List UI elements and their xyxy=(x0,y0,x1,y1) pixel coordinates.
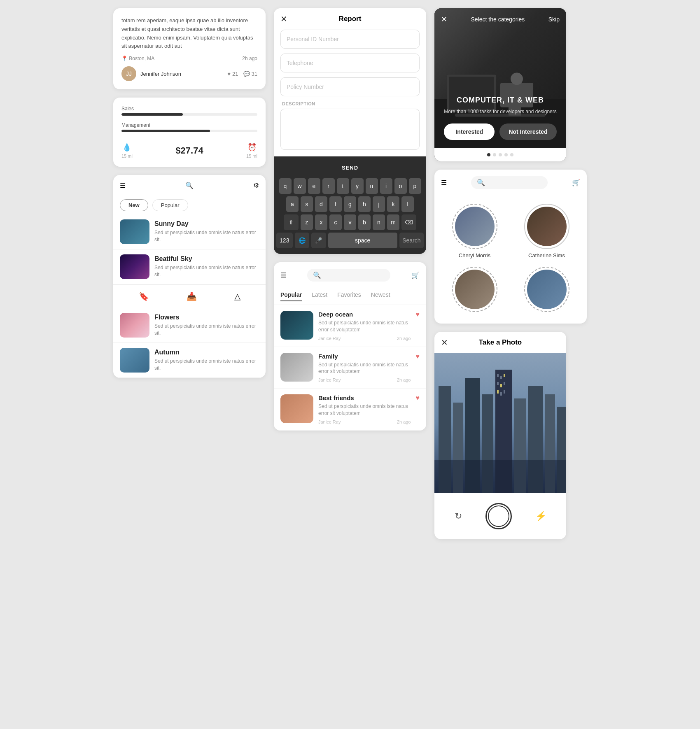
tab-latest[interactable]: Latest xyxy=(312,291,327,301)
social-thumb-ocean xyxy=(280,311,313,340)
friend-item-three[interactable] xyxy=(443,267,506,315)
news-info-flowers: Flowers Sed ut perspiciatis unde omnis i… xyxy=(154,314,259,337)
social-content-ocean: Deep ocean Sed ut perspiciatis unde omni… xyxy=(318,311,411,341)
friend-item-four[interactable] xyxy=(515,267,579,315)
key-m[interactable]: m xyxy=(387,214,399,230)
filter-icon[interactable]: ⚙ xyxy=(253,182,259,189)
news-item-flowers[interactable]: Flowers Sed ut perspiciatis unde omnis i… xyxy=(113,308,266,343)
key-t[interactable]: t xyxy=(337,178,349,194)
rotate-button[interactable]: ↻ xyxy=(455,511,462,522)
key-mic[interactable]: 🎤 xyxy=(311,233,326,248)
key-c[interactable]: c xyxy=(329,214,342,230)
key-b[interactable]: b xyxy=(358,214,371,230)
search-icon[interactable]: 🔍 xyxy=(185,182,194,189)
key-p[interactable]: p xyxy=(409,178,421,194)
key-z[interactable]: z xyxy=(301,214,313,230)
key-globe[interactable]: 🌐 xyxy=(295,233,310,248)
news-title-sunny: Sunny Day xyxy=(154,220,259,228)
key-x[interactable]: x xyxy=(315,214,327,230)
social-item-family[interactable]: Family Sed ut perspiciatis unde omnis is… xyxy=(274,347,426,389)
key-shift[interactable]: ⇧ xyxy=(284,214,299,230)
friend-name-cheryl: Cheryl Morris xyxy=(459,252,490,259)
shutter-button[interactable] xyxy=(485,503,512,529)
key-o[interactable]: o xyxy=(394,178,407,194)
tab-newest[interactable]: Newest xyxy=(371,291,390,301)
likes[interactable]: ♥ 21 xyxy=(227,71,238,77)
key-v[interactable]: v xyxy=(344,214,356,230)
key-search[interactable]: Search xyxy=(399,233,424,248)
search-icon-social[interactable]: 🔍 xyxy=(313,271,321,279)
dot-3 xyxy=(499,153,502,156)
key-k[interactable]: k xyxy=(387,196,399,212)
social-title-friends: Best friends xyxy=(318,394,411,401)
key-d[interactable]: d xyxy=(315,196,327,212)
flash-button[interactable]: ⚡ xyxy=(535,511,546,522)
skip-button[interactable]: Skip xyxy=(548,16,560,23)
search-input-social[interactable] xyxy=(324,272,385,278)
tab-popular[interactable]: Popular xyxy=(280,291,302,301)
close-button-camera[interactable]: ✕ xyxy=(441,338,448,347)
menu-icon-social[interactable]: ☰ xyxy=(280,271,286,279)
social-item-ocean[interactable]: Deep ocean Sed ut perspiciatis unde omni… xyxy=(274,305,426,347)
bookmark-icon[interactable]: 🔖 xyxy=(139,291,149,301)
friend-item-catherine[interactable]: Catherine Sims xyxy=(515,204,579,259)
tab-popular[interactable]: Popular xyxy=(152,199,188,211)
not-interested-button[interactable]: Not Interested xyxy=(499,123,556,140)
friend-ring-catherine xyxy=(524,204,569,249)
cart-icon-social[interactable]: 🛒 xyxy=(411,271,420,279)
cart-icon-friends[interactable]: 🛒 xyxy=(572,179,580,186)
news-item-autumn[interactable]: Autumn Sed ut perspiciatis unde omnis is… xyxy=(113,343,266,378)
comments[interactable]: 💬 31 xyxy=(243,71,257,77)
heart-icon-family[interactable]: ♥ xyxy=(416,353,420,360)
key-backspace[interactable]: ⌫ xyxy=(401,214,416,230)
heart-icon-ocean[interactable]: ♥ xyxy=(416,311,420,318)
search-input-friends[interactable] xyxy=(488,179,542,186)
close-button[interactable]: ✕ xyxy=(280,14,287,24)
stats-row: 💧 15 ml $27.74 ⏰ 15 ml xyxy=(121,139,257,158)
policy-number-input[interactable] xyxy=(280,77,420,96)
report-header: ✕ Report xyxy=(274,8,426,30)
personal-id-input[interactable] xyxy=(280,30,420,49)
social-author-ocean: Janice Ray xyxy=(318,336,341,341)
key-123[interactable]: 123 xyxy=(276,233,293,248)
social-thumb-friends xyxy=(280,394,313,423)
key-u[interactable]: u xyxy=(366,178,378,194)
interested-button[interactable]: Interested xyxy=(444,123,495,140)
menu-icon-friends[interactable]: ☰ xyxy=(441,179,447,186)
friend-item-cheryl[interactable]: Cheryl Morris xyxy=(443,204,506,259)
friend-ring-four xyxy=(524,267,569,312)
key-g[interactable]: g xyxy=(344,196,356,212)
key-n[interactable]: n xyxy=(373,214,385,230)
key-a[interactable]: a xyxy=(286,196,299,212)
tab-new[interactable]: New xyxy=(120,199,148,211)
social-item-friends[interactable]: Best friends Sed ut perspiciatis unde om… xyxy=(274,389,426,431)
key-l[interactable]: l xyxy=(401,196,414,212)
friend-avatar-cheryl xyxy=(455,207,495,246)
location: 📍 Boston, MA xyxy=(121,56,154,61)
news-item-sky[interactable]: Beatiful Sky Sed ut perspiciatis unde om… xyxy=(113,249,266,284)
key-y[interactable]: y xyxy=(351,178,364,194)
menu-icon[interactable]: ☰ xyxy=(120,182,126,189)
dot-5 xyxy=(510,153,513,156)
key-space[interactable]: space xyxy=(328,233,397,248)
search-icon-friends[interactable]: 🔍 xyxy=(477,179,485,186)
key-i[interactable]: i xyxy=(380,178,392,194)
key-h[interactable]: h xyxy=(358,196,371,212)
telephone-input[interactable] xyxy=(280,54,420,72)
description-textarea[interactable] xyxy=(280,109,420,150)
key-w[interactable]: w xyxy=(294,178,306,194)
category-buttons: Interested Not Interested xyxy=(434,123,566,140)
download-icon[interactable]: 📥 xyxy=(187,291,197,301)
share-icon[interactable]: △ xyxy=(234,291,240,301)
key-q[interactable]: q xyxy=(279,178,292,194)
key-s[interactable]: s xyxy=(301,196,313,212)
news-list-card: ☰ 🔍 ⚙ New Popular Sunny Day Sed ut persp… xyxy=(113,175,266,378)
key-e[interactable]: e xyxy=(308,178,320,194)
key-r[interactable]: r xyxy=(322,178,335,194)
tab-favorites[interactable]: Favorites xyxy=(337,291,361,301)
heart-icon-friends[interactable]: ♥ xyxy=(416,394,420,402)
key-j[interactable]: j xyxy=(373,196,385,212)
close-button-category[interactable]: ✕ xyxy=(441,15,447,24)
news-item-sunny[interactable]: Sunny Day Sed ut perspiciatis unde omnis… xyxy=(113,214,266,249)
key-f[interactable]: f xyxy=(329,196,342,212)
